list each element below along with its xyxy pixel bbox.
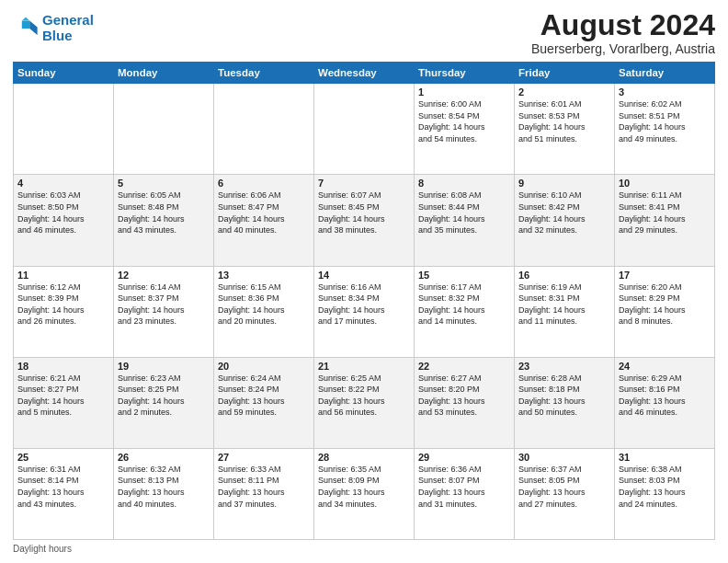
logo-icon: [13, 16, 39, 41]
day-number: 25: [17, 452, 109, 463]
day-info: Sunrise: 6:23 AM Sunset: 8:25 PM Dayligh…: [118, 373, 210, 419]
calendar-header-monday: Monday: [114, 63, 214, 84]
calendar-cell-3-6: 16Sunrise: 6:19 AM Sunset: 8:31 PM Dayli…: [515, 266, 615, 357]
day-info: Sunrise: 6:31 AM Sunset: 8:14 PM Dayligh…: [17, 464, 109, 510]
calendar-week-1: 1Sunrise: 6:00 AM Sunset: 8:54 PM Daylig…: [14, 84, 715, 175]
day-number: 2: [518, 86, 610, 98]
day-info: Sunrise: 6:19 AM Sunset: 8:31 PM Dayligh…: [518, 282, 610, 327]
calendar-cell-4-1: 18Sunrise: 6:21 AM Sunset: 8:27 PM Dayli…: [14, 357, 114, 448]
day-info: Sunrise: 6:16 AM Sunset: 8:34 PM Dayligh…: [318, 282, 410, 327]
calendar-header-friday: Friday: [515, 63, 615, 84]
day-info: Sunrise: 6:00 AM Sunset: 8:54 PM Dayligh…: [418, 98, 510, 144]
calendar-header-row: SundayMondayTuesdayWednesdayThursdayFrid…: [14, 63, 715, 84]
calendar-cell-4-2: 19Sunrise: 6:23 AM Sunset: 8:25 PM Dayli…: [114, 357, 214, 448]
calendar-cell-1-6: 2Sunrise: 6:01 AM Sunset: 8:53 PM Daylig…: [515, 84, 615, 175]
calendar-cell-5-6: 30Sunrise: 6:37 AM Sunset: 8:05 PM Dayli…: [515, 448, 615, 539]
calendar-cell-5-5: 29Sunrise: 6:36 AM Sunset: 8:07 PM Dayli…: [415, 448, 515, 539]
calendar-header-saturday: Saturday: [615, 63, 715, 84]
day-info: Sunrise: 6:05 AM Sunset: 8:48 PM Dayligh…: [118, 190, 210, 236]
calendar-cell-3-3: 13Sunrise: 6:15 AM Sunset: 8:36 PM Dayli…: [214, 266, 314, 357]
day-number: 27: [218, 452, 310, 463]
svg-marker-2: [22, 20, 29, 28]
day-number: 29: [418, 452, 510, 463]
logo-line1: General: [42, 12, 94, 28]
calendar-cell-5-2: 26Sunrise: 6:32 AM Sunset: 8:13 PM Dayli…: [114, 448, 214, 539]
day-number: 14: [318, 270, 410, 281]
main-title: August 2024: [531, 9, 715, 41]
day-number: 12: [118, 270, 210, 281]
day-number: 18: [17, 361, 109, 372]
calendar-cell-1-5: 1Sunrise: 6:00 AM Sunset: 8:54 PM Daylig…: [415, 84, 515, 175]
calendar-cell-2-2: 5Sunrise: 6:05 AM Sunset: 8:48 PM Daylig…: [114, 175, 214, 266]
day-number: 20: [218, 361, 310, 372]
calendar-header-tuesday: Tuesday: [214, 63, 314, 84]
day-number: 28: [318, 452, 410, 463]
day-info: Sunrise: 6:24 AM Sunset: 8:24 PM Dayligh…: [218, 373, 310, 419]
day-number: 10: [619, 178, 711, 189]
day-number: 6: [218, 178, 310, 189]
day-number: 21: [318, 361, 410, 372]
calendar-cell-4-4: 21Sunrise: 6:25 AM Sunset: 8:22 PM Dayli…: [314, 357, 415, 448]
calendar-week-2: 4Sunrise: 6:03 AM Sunset: 8:50 PM Daylig…: [14, 175, 715, 266]
day-info: Sunrise: 6:32 AM Sunset: 8:13 PM Dayligh…: [118, 464, 210, 510]
day-info: Sunrise: 6:12 AM Sunset: 8:39 PM Dayligh…: [17, 282, 109, 327]
day-info: Sunrise: 6:11 AM Sunset: 8:41 PM Dayligh…: [619, 190, 711, 236]
day-info: Sunrise: 6:03 AM Sunset: 8:50 PM Dayligh…: [17, 190, 109, 236]
calendar-header-thursday: Thursday: [415, 63, 515, 84]
day-info: Sunrise: 6:33 AM Sunset: 8:11 PM Dayligh…: [218, 464, 310, 510]
day-number: 5: [118, 178, 210, 189]
calendar-cell-3-5: 15Sunrise: 6:17 AM Sunset: 8:32 PM Dayli…: [415, 266, 515, 357]
day-number: 15: [418, 270, 510, 281]
logo-text: General Blue: [42, 13, 94, 43]
calendar-cell-1-2: [114, 84, 214, 175]
day-info: Sunrise: 6:25 AM Sunset: 8:22 PM Dayligh…: [318, 373, 410, 419]
header: General Blue August 2024 Buerserberg, Vo…: [13, 9, 715, 56]
footer: Daylight hours: [13, 544, 715, 554]
calendar-header-sunday: Sunday: [14, 63, 114, 84]
day-info: Sunrise: 6:17 AM Sunset: 8:32 PM Dayligh…: [418, 282, 510, 327]
day-info: Sunrise: 6:37 AM Sunset: 8:05 PM Dayligh…: [518, 464, 610, 510]
day-info: Sunrise: 6:28 AM Sunset: 8:18 PM Dayligh…: [518, 373, 610, 419]
calendar-cell-3-4: 14Sunrise: 6:16 AM Sunset: 8:34 PM Dayli…: [314, 266, 415, 357]
day-number: 22: [418, 361, 510, 372]
day-info: Sunrise: 6:10 AM Sunset: 8:42 PM Dayligh…: [518, 190, 610, 236]
calendar-cell-3-7: 17Sunrise: 6:20 AM Sunset: 8:29 PM Dayli…: [615, 266, 715, 357]
calendar-cell-3-1: 11Sunrise: 6:12 AM Sunset: 8:39 PM Dayli…: [14, 266, 114, 357]
day-number: 8: [418, 178, 510, 189]
day-number: 9: [518, 178, 610, 189]
calendar-cell-2-7: 10Sunrise: 6:11 AM Sunset: 8:41 PM Dayli…: [615, 175, 715, 266]
day-info: Sunrise: 6:14 AM Sunset: 8:37 PM Dayligh…: [118, 282, 210, 327]
day-number: 23: [518, 361, 610, 372]
calendar-week-5: 25Sunrise: 6:31 AM Sunset: 8:14 PM Dayli…: [14, 448, 715, 539]
calendar-cell-4-3: 20Sunrise: 6:24 AM Sunset: 8:24 PM Dayli…: [214, 357, 314, 448]
day-info: Sunrise: 6:08 AM Sunset: 8:44 PM Dayligh…: [418, 190, 510, 236]
calendar-cell-2-1: 4Sunrise: 6:03 AM Sunset: 8:50 PM Daylig…: [14, 175, 114, 266]
day-number: 3: [619, 86, 711, 98]
day-number: 19: [118, 361, 210, 372]
day-info: Sunrise: 6:21 AM Sunset: 8:27 PM Dayligh…: [17, 373, 109, 419]
day-number: 26: [118, 452, 210, 463]
day-number: 16: [518, 270, 610, 281]
day-info: Sunrise: 6:38 AM Sunset: 8:03 PM Dayligh…: [619, 464, 711, 510]
day-info: Sunrise: 6:29 AM Sunset: 8:16 PM Dayligh…: [619, 373, 711, 419]
day-number: 30: [518, 452, 610, 463]
calendar-cell-2-3: 6Sunrise: 6:06 AM Sunset: 8:47 PM Daylig…: [214, 175, 314, 266]
day-number: 1: [418, 86, 510, 98]
subtitle: Buerserberg, Vorarlberg, Austria: [531, 41, 715, 56]
calendar-cell-5-7: 31Sunrise: 6:38 AM Sunset: 8:03 PM Dayli…: [615, 448, 715, 539]
footer-text: Daylight hours: [13, 544, 72, 554]
day-info: Sunrise: 6:20 AM Sunset: 8:29 PM Dayligh…: [619, 282, 711, 327]
calendar-cell-1-7: 3Sunrise: 6:02 AM Sunset: 8:51 PM Daylig…: [615, 84, 715, 175]
page: General Blue August 2024 Buerserberg, Vo…: [0, 0, 728, 563]
calendar-cell-2-5: 8Sunrise: 6:08 AM Sunset: 8:44 PM Daylig…: [415, 175, 515, 266]
day-number: 31: [619, 452, 711, 463]
calendar-cell-4-7: 24Sunrise: 6:29 AM Sunset: 8:16 PM Dayli…: [615, 357, 715, 448]
day-info: Sunrise: 6:07 AM Sunset: 8:45 PM Dayligh…: [318, 190, 410, 236]
day-number: 4: [17, 178, 109, 189]
logo: General Blue: [13, 13, 94, 43]
calendar-cell-4-5: 22Sunrise: 6:27 AM Sunset: 8:20 PM Dayli…: [415, 357, 515, 448]
day-number: 11: [17, 270, 109, 281]
calendar-cell-1-3: [214, 84, 314, 175]
calendar-cell-4-6: 23Sunrise: 6:28 AM Sunset: 8:18 PM Dayli…: [515, 357, 615, 448]
logo-line2: Blue: [42, 28, 73, 43]
